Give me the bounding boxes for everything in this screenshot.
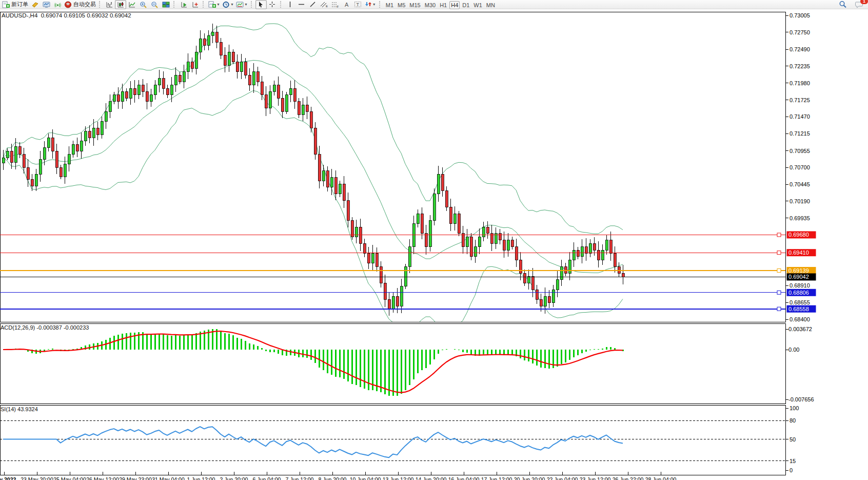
profiles-clock-icon bbox=[222, 1, 230, 8]
candle-body bbox=[618, 266, 620, 273]
autotrading-button[interactable]: 自动交易 bbox=[63, 0, 97, 9]
candle-body bbox=[556, 280, 559, 290]
candlestick-chart-button[interactable] bbox=[115, 0, 126, 9]
time-label: 16 Jun 04:00 bbox=[448, 476, 480, 480]
timeframe-button-h4[interactable]: H4 bbox=[449, 1, 460, 9]
hline-label: 0.69680 bbox=[788, 232, 809, 238]
indicators-button[interactable] bbox=[178, 0, 189, 9]
cursor-tool-button[interactable] bbox=[255, 0, 267, 9]
metaeditor-icon bbox=[31, 1, 39, 8]
horizontal-line-tool-button[interactable] bbox=[296, 0, 307, 9]
candle-body bbox=[306, 105, 308, 111]
candle-body bbox=[187, 62, 189, 72]
text-icon: A bbox=[343, 1, 350, 8]
hline-handle[interactable] bbox=[777, 268, 781, 272]
candle-body bbox=[35, 174, 37, 186]
signals-button[interactable] bbox=[52, 0, 63, 9]
indicator-list-button[interactable] bbox=[189, 0, 201, 9]
candle-body bbox=[417, 214, 419, 223]
candle-body bbox=[548, 296, 550, 303]
hline-handle[interactable] bbox=[777, 307, 781, 311]
candle-body bbox=[289, 88, 292, 95]
zoom-out-button[interactable] bbox=[149, 0, 160, 9]
timeframe-button-w1[interactable]: W1 bbox=[472, 1, 484, 9]
chart-settings-button[interactable]: ▼ bbox=[235, 0, 249, 9]
hline-handle[interactable] bbox=[777, 251, 781, 255]
candle-body bbox=[174, 75, 177, 85]
candle-body bbox=[162, 79, 165, 88]
text-label-icon: T bbox=[354, 1, 362, 8]
candle-body bbox=[39, 160, 42, 174]
timeframe-button-mn[interactable]: MN bbox=[485, 1, 497, 9]
rsi-scale-label: 50 bbox=[790, 436, 796, 443]
arrows-icon bbox=[365, 1, 372, 8]
timeframe-button-m30[interactable]: M30 bbox=[423, 1, 437, 9]
candle-body bbox=[285, 95, 288, 111]
line-chart-button[interactable] bbox=[126, 0, 137, 9]
candle-body bbox=[560, 266, 563, 280]
text-label-tool-button[interactable]: T bbox=[352, 0, 364, 9]
time-label: 23 May 20:00 bbox=[21, 476, 53, 480]
candle-body bbox=[564, 266, 567, 273]
cursor-icon bbox=[258, 1, 264, 8]
market-watch-button[interactable] bbox=[41, 0, 52, 9]
profiles-button[interactable]: ▼ bbox=[221, 0, 235, 9]
candle-body bbox=[76, 144, 78, 151]
candle-body bbox=[101, 121, 103, 135]
search-button[interactable] bbox=[837, 0, 849, 9]
candle-body bbox=[552, 290, 555, 303]
hline-handle[interactable] bbox=[777, 291, 781, 294]
candle-body bbox=[597, 250, 600, 260]
dropdown-arrow-icon: ▼ bbox=[244, 3, 248, 6]
timeframe-button-m15[interactable]: M15 bbox=[408, 1, 422, 9]
candle-body bbox=[392, 296, 394, 310]
rsi-scale-label: 80 bbox=[790, 417, 796, 424]
toolbar-grip bbox=[280, 1, 282, 8]
time-label: 1 Jun 12:00 bbox=[187, 476, 215, 480]
timeframe-button-m5[interactable]: M5 bbox=[396, 1, 407, 9]
timeframe-button-h1[interactable]: H1 bbox=[438, 1, 448, 9]
candle-body bbox=[445, 190, 448, 207]
candle-body bbox=[376, 253, 378, 266]
candle-body bbox=[322, 171, 325, 181]
candle-body bbox=[215, 32, 218, 42]
bar-chart-button[interactable] bbox=[104, 0, 115, 9]
notifications-button[interactable]: 1 bbox=[854, 0, 865, 9]
metaeditor-button[interactable] bbox=[29, 0, 41, 9]
timeframe-button-m1[interactable]: M1 bbox=[384, 1, 395, 9]
candle-body bbox=[121, 91, 124, 101]
candle-body bbox=[380, 266, 382, 283]
zoom-in-icon bbox=[140, 1, 147, 8]
svg-text:A: A bbox=[345, 2, 349, 8]
candle-body bbox=[146, 91, 148, 101]
time-label: 8 Jun 20:00 bbox=[319, 476, 347, 480]
candle-body bbox=[408, 247, 411, 267]
text-tool-button[interactable]: A bbox=[341, 0, 352, 9]
toolbar-grip bbox=[99, 1, 101, 8]
candle-body bbox=[458, 214, 460, 234]
arrows-tool-button[interactable]: ▼ bbox=[364, 0, 377, 9]
fibonacci-tool-button[interactable]: F bbox=[330, 0, 341, 9]
bid-label: 0.69042 bbox=[788, 274, 809, 280]
hline-handle[interactable] bbox=[777, 233, 781, 237]
chart-canvas[interactable]: 0.730050.727500.724900.722350.719800.717… bbox=[0, 0, 868, 480]
new-order-icon bbox=[2, 1, 10, 8]
channel-tool-button[interactable]: E bbox=[319, 0, 330, 9]
candle-body bbox=[232, 52, 234, 62]
candle-body bbox=[330, 178, 333, 187]
new-chart-button[interactable]: ▼ bbox=[207, 0, 221, 9]
vertical-line-tool-button[interactable] bbox=[285, 0, 296, 9]
tile-windows-button[interactable] bbox=[160, 0, 171, 9]
timeframe-button-d1[interactable]: D1 bbox=[461, 1, 471, 9]
trendline-tool-button[interactable] bbox=[307, 0, 319, 9]
crosshair-tool-button[interactable] bbox=[267, 0, 278, 9]
candle-body bbox=[371, 253, 374, 263]
candle-body bbox=[589, 243, 591, 253]
zoom-in-button[interactable] bbox=[137, 0, 149, 9]
candle-body bbox=[486, 227, 489, 234]
candle-body bbox=[388, 299, 390, 309]
candle-body bbox=[248, 75, 251, 85]
candle-body bbox=[293, 88, 296, 102]
toolbar: 新订单 自动交易 bbox=[0, 0, 868, 9]
new-order-button[interactable]: 新订单 bbox=[1, 0, 29, 9]
